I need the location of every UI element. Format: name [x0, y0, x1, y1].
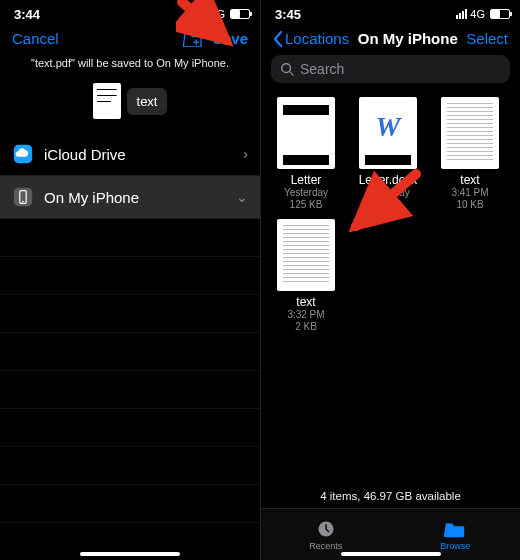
- svg-point-3: [22, 201, 24, 203]
- location-label: On My iPhone: [44, 189, 226, 206]
- empty-rows: [0, 219, 260, 560]
- back-button[interactable]: Locations: [273, 30, 349, 47]
- chevron-right-icon: ›: [243, 146, 248, 162]
- file-thumb-icon: [277, 97, 335, 169]
- home-indicator[interactable]: [341, 552, 441, 556]
- location-list: iCloud Drive › On My iPhone ⌄: [0, 133, 260, 219]
- status-indicators: 4G: [196, 8, 250, 20]
- file-thumb-icon: [93, 83, 121, 119]
- status-bar: 3:45 4G: [261, 0, 520, 24]
- cancel-button[interactable]: Cancel: [12, 30, 59, 47]
- search-input[interactable]: Search: [271, 55, 510, 83]
- file-name: text: [296, 295, 315, 309]
- tab-label: Browse: [440, 541, 470, 551]
- status-bar: 3:44 4G: [0, 0, 260, 24]
- status-indicators: 4G: [456, 8, 510, 20]
- file-name: Letter.docx: [359, 173, 418, 187]
- file-size: 125 KB: [290, 199, 323, 211]
- signal-icon: [456, 9, 467, 19]
- file-grid: Letter Yesterday 125 KB W Letter.docx ye…: [261, 91, 520, 333]
- save-dialog-screen: 3:44 4G Cancel Save "text.pdf" will be s…: [0, 0, 260, 560]
- signal-icon: [196, 9, 207, 19]
- icloud-icon: [12, 143, 34, 165]
- save-destination-note: "text.pdf" will be saved to On My iPhone…: [0, 53, 260, 79]
- file-date: Yesterday: [284, 187, 328, 199]
- clock-icon: [316, 519, 336, 539]
- new-folder-icon[interactable]: [183, 31, 203, 47]
- home-indicator[interactable]: [80, 552, 180, 556]
- location-label: iCloud Drive: [44, 146, 233, 163]
- file-name-chip[interactable]: text: [127, 88, 168, 115]
- file-size: 2 KB: [295, 321, 317, 333]
- file-item-letter[interactable]: Letter Yesterday 125 KB: [267, 97, 345, 211]
- file-thumb-icon: [441, 97, 499, 169]
- file-thumb-icon: W: [359, 97, 417, 169]
- file-name: Letter: [291, 173, 322, 187]
- nav-bar: Cancel Save: [0, 24, 260, 53]
- carrier-label: 4G: [470, 8, 485, 20]
- file-preview: text: [0, 83, 260, 119]
- file-size: 10 KB: [456, 199, 483, 211]
- file-thumb-icon: [277, 219, 335, 291]
- save-button[interactable]: Save: [213, 30, 248, 47]
- files-browse-screen: 3:45 4G Locations On My iPhone Select Se…: [260, 0, 520, 560]
- chevron-down-icon: ⌄: [236, 189, 248, 205]
- tab-label: Recents: [309, 541, 342, 551]
- iphone-icon: [12, 186, 34, 208]
- file-date: yesterday: [366, 187, 409, 199]
- storage-status: 4 items, 46.97 GB available: [261, 484, 520, 508]
- select-button[interactable]: Select: [466, 30, 508, 47]
- battery-icon: [490, 9, 510, 19]
- chevron-left-icon: [273, 31, 283, 47]
- clock: 3:45: [275, 7, 301, 22]
- file-date: 3:41 PM: [451, 187, 488, 199]
- carrier-label: 4G: [210, 8, 225, 20]
- page-title: On My iPhone: [358, 30, 458, 47]
- location-row-icloud[interactable]: iCloud Drive ›: [0, 133, 260, 176]
- file-date: 3:32 PM: [287, 309, 324, 321]
- file-item-letter-docx[interactable]: W Letter.docx yesterday 11 KB: [349, 97, 427, 211]
- nav-bar: Locations On My iPhone Select: [261, 24, 520, 53]
- file-item-text-1[interactable]: text 3:41 PM 10 KB: [431, 97, 509, 211]
- location-row-on-my-iphone[interactable]: On My iPhone ⌄: [0, 176, 260, 219]
- file-size: 11 KB: [374, 199, 401, 211]
- search-placeholder: Search: [300, 61, 344, 77]
- clock: 3:44: [14, 7, 40, 22]
- battery-icon: [230, 9, 250, 19]
- file-item-text-2[interactable]: text 3:32 PM 2 KB: [267, 219, 345, 333]
- search-icon: [280, 62, 294, 76]
- back-label: Locations: [285, 30, 349, 47]
- file-name: text: [460, 173, 479, 187]
- folder-icon: [444, 519, 466, 539]
